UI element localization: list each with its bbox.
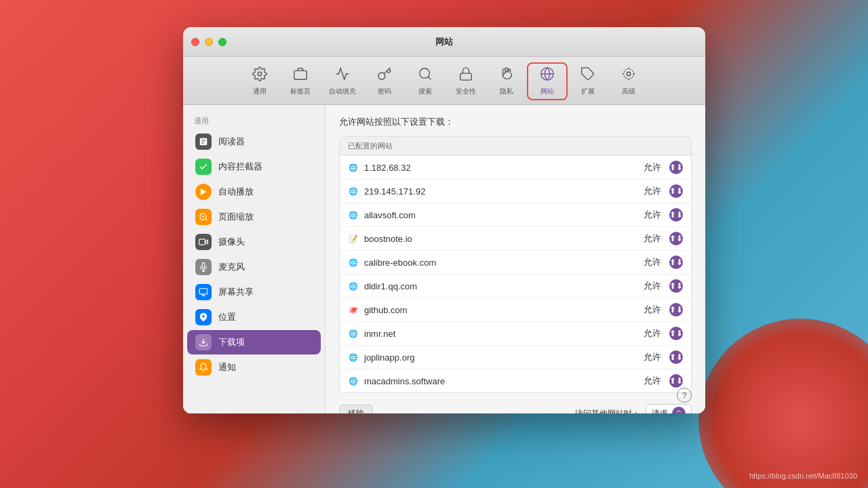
site-name-2: 219.145.171.92 (364, 186, 638, 197)
site-stepper-4[interactable]: ⬆⬇ (669, 232, 683, 245)
svg-marker-14 (201, 188, 206, 196)
website-row[interactable]: 📝 boostnote.io 允许 ⬆⬇ (340, 227, 691, 251)
svg-rect-22 (199, 289, 208, 294)
website-row[interactable]: 🌐 dldir1.qq.com 允许 ⬆⬇ (340, 274, 691, 298)
sidebar-item-content-blocker[interactable]: 内容拦截器 (187, 155, 321, 179)
sidebar-item-notification[interactable]: 通知 (187, 355, 321, 380)
autoplay-icon (195, 184, 212, 200)
site-permission-6: 允许 (644, 280, 661, 292)
sidebar-location-label: 位置 (218, 311, 236, 323)
site-stepper-8[interactable]: ⬆⬇ (669, 327, 683, 340)
other-sites-section: 访问其他网站时： 请求 (575, 404, 692, 413)
site-name-10: macadmins.software (364, 376, 638, 386)
sidebar-item-autoplay[interactable]: 自动播放 (187, 180, 321, 204)
puzzle-icon (580, 66, 595, 85)
toolbar-label-search: 搜索 (418, 87, 432, 96)
svg-point-25 (202, 315, 205, 318)
site-permission-4: 允许 (644, 232, 661, 245)
toolbar-item-search[interactable]: 搜索 (405, 64, 446, 99)
site-globe-icon-3: 🌐 (348, 209, 359, 220)
sidebar-item-page-zoom[interactable]: 页面缩放 (187, 205, 321, 229)
search-icon (418, 66, 433, 85)
site-stepper-6[interactable]: ⬆⬇ (669, 279, 683, 293)
site-icon-7: 🐙 (348, 304, 359, 315)
sidebar-zoom-label: 页面缩放 (218, 211, 254, 223)
other-sites-label: 访问其他网站时： (575, 408, 640, 414)
site-icon-4: 📝 (348, 233, 359, 244)
camera-icon (195, 234, 212, 250)
toolbar-item-advanced[interactable]: 高级 (608, 64, 649, 99)
advanced-gear-icon (621, 66, 636, 85)
toolbar-item-autofill[interactable]: 自动填充 (321, 64, 364, 99)
site-name-9: joplinapp.org (364, 352, 638, 363)
title-bar: 网站 (183, 27, 705, 57)
site-stepper-10[interactable]: ⬆⬇ (669, 374, 683, 388)
other-sites-stepper[interactable] (672, 407, 686, 413)
key-icon (377, 66, 392, 85)
site-globe-icon-8: 🌐 (348, 328, 359, 339)
site-name-5: calibre-ebook.com (364, 258, 638, 268)
site-stepper-1[interactable]: ⬆⬇ (669, 161, 683, 174)
site-permission-10: 允许 (644, 375, 661, 387)
site-permission-2: 允许 (644, 185, 661, 197)
website-row[interactable]: 🌐 219.145.171.92 允许 ⬆⬇ (340, 180, 691, 203)
maximize-button[interactable] (218, 38, 226, 46)
right-panel: 允许网站按照以下设置下载： 已配置的网站 🌐 1.182.68.32 允许 ⬆⬇… (326, 105, 705, 413)
toolbar-item-tabs[interactable]: 标签页 (280, 64, 321, 99)
sidebar-item-screen-share[interactable]: 屏幕共享 (187, 280, 321, 304)
website-row[interactable]: 🌐 1.182.68.32 允许 ⬆⬇ (340, 156, 691, 180)
websites-header: 已配置的网站 (340, 137, 691, 156)
sidebar-download-label: 下载项 (218, 336, 245, 348)
site-permission-9: 允许 (644, 351, 661, 363)
website-row[interactable]: 🐙 github.com 允许 ⬆⬇ (340, 298, 691, 322)
close-button[interactable] (191, 38, 199, 46)
toolbar-label-password: 密码 (378, 87, 391, 96)
site-stepper-3[interactable]: ⬆⬇ (669, 208, 683, 222)
sidebar-item-camera[interactable]: 摄像头 (187, 230, 321, 254)
reader-icon (195, 134, 212, 150)
sidebar-item-location[interactable]: 位置 (187, 305, 321, 329)
website-row[interactable]: 🌐 macadmins.software 允许 ⬆⬇ (340, 369, 691, 392)
main-window: 网站 通用 标签页 (183, 27, 705, 413)
site-name-8: inmr.net (364, 329, 638, 339)
toolbar-item-privacy[interactable]: 隐私 (486, 64, 527, 99)
toolbar-item-websites[interactable]: 网站 (527, 62, 568, 100)
main-content: 通用 阅读器 内容拦截器 (183, 105, 705, 413)
sidebar-item-mic[interactable]: 麦克风 (187, 255, 321, 279)
website-row[interactable]: 🌐 inmr.net 允许 ⬆⬇ (340, 322, 691, 346)
website-row[interactable]: 🌐 joplinapp.org 允许 ⬆⬇ (340, 346, 691, 369)
svg-rect-19 (199, 239, 205, 245)
screen-share-icon (195, 284, 212, 300)
site-stepper-7[interactable]: ⬆⬇ (669, 303, 683, 317)
website-row[interactable]: 🌐 calibre-ebook.com 允许 ⬆⬇ (340, 251, 691, 274)
notification-icon (195, 359, 212, 375)
help-button[interactable]: ? (677, 388, 692, 403)
toolbar-item-password[interactable]: 密码 (364, 64, 405, 99)
site-globe-icon-1: 🌐 (348, 162, 359, 173)
remove-button[interactable]: 移除 (339, 405, 373, 414)
sidebar-item-download[interactable]: 下载项 (187, 330, 321, 354)
toolbar-item-extensions[interactable]: 扩展 (568, 64, 608, 99)
site-name-3: allavsoft.com (364, 210, 638, 220)
window-controls (191, 38, 226, 46)
toolbar-item-security[interactable]: 安全性 (446, 64, 486, 99)
sidebar-item-reader[interactable]: 阅读器 (187, 129, 321, 154)
hand-icon (499, 66, 514, 85)
zoom-icon (195, 209, 212, 225)
site-stepper-9[interactable]: ⬆⬇ (669, 350, 683, 364)
site-stepper-5[interactable]: ⬆⬇ (669, 256, 683, 269)
toolbar-label-tabs: 标签页 (290, 87, 311, 96)
site-stepper-2[interactable]: ⬆⬇ (669, 184, 683, 198)
site-permission-8: 允许 (644, 327, 661, 340)
sidebar-camera-label: 摄像头 (218, 236, 245, 248)
toolbar-item-general[interactable]: 通用 (239, 64, 280, 99)
toolbar-label-security: 安全性 (456, 87, 476, 96)
toolbar-label-privacy: 隐私 (500, 87, 513, 96)
sidebar-reader-label: 阅读器 (218, 136, 245, 148)
watermark: https://blog.csdn.net/Mac881030 (749, 472, 857, 480)
other-sites-select[interactable]: 请求 (646, 404, 692, 413)
minimize-button[interactable] (205, 38, 213, 46)
sidebar: 通用 阅读器 内容拦截器 (183, 105, 326, 413)
website-row[interactable]: 🌐 allavsoft.com 允许 ⬆⬇ (340, 203, 691, 227)
toolbar-label-websites: 网站 (540, 87, 554, 96)
